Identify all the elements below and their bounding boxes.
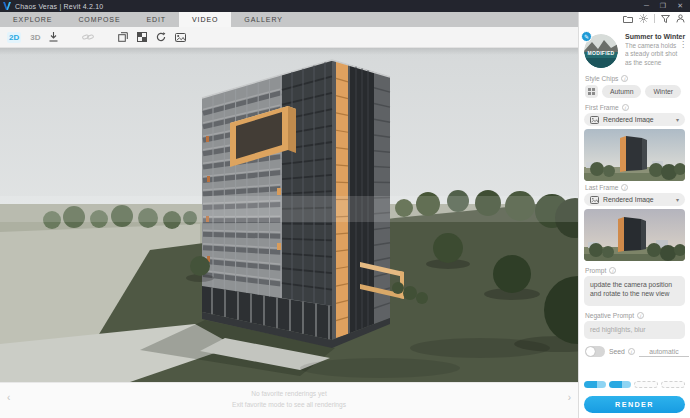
header-divider	[654, 14, 655, 23]
chevron-down-icon: ▾	[676, 116, 679, 123]
gear-icon[interactable]	[639, 14, 648, 23]
panel-header-icons	[623, 14, 685, 23]
last-frame-label: Last Framei	[585, 184, 628, 191]
info-icon: i	[621, 184, 628, 191]
chip-grid-button[interactable]	[585, 85, 598, 98]
preset-title: Summer to Winter	[625, 33, 681, 40]
viewport-toolbar: 2D 3D	[0, 27, 578, 48]
style-chips-label: Style Chipsi	[585, 75, 628, 82]
tab-explore[interactable]: EXPLORE	[0, 12, 65, 27]
style-chips-row: Autumn Winter	[585, 85, 681, 98]
chevron-down-icon: ▾	[676, 196, 679, 203]
seed-row: Seedi	[585, 346, 684, 357]
filter-icon[interactable]	[661, 15, 670, 23]
tab-gallery[interactable]: GALLERY	[231, 12, 295, 27]
chip-autumn[interactable]: Autumn	[602, 85, 641, 98]
last-frame-source-dropdown[interactable]: Rendered Image ▾	[584, 193, 685, 206]
user-icon[interactable]	[676, 14, 685, 23]
gallery-image-icon[interactable]	[175, 33, 186, 42]
seed-label: Seedi	[609, 348, 635, 355]
seed-toggle[interactable]	[585, 346, 605, 357]
link-icon	[82, 33, 94, 41]
maximize-button[interactable]: ❐	[660, 0, 666, 12]
first-frame-thumbnail[interactable]	[584, 129, 685, 181]
preset-badge-text: MODIFIED	[588, 50, 615, 56]
preset-menu-button[interactable]: ⋮	[679, 40, 687, 49]
info-icon: i	[609, 267, 616, 274]
right-panel: MODIFIED ✎ Summer to Winter The camera h…	[578, 12, 690, 418]
seed-value-input[interactable]	[639, 347, 689, 357]
first-frame-source-value: Rendered Image	[603, 116, 672, 123]
tab-bar: EXPLORE COMPOSE EDIT VIDEO GALLERY	[0, 12, 578, 27]
mode-3d-button[interactable]: 3D	[30, 33, 40, 42]
info-icon: i	[621, 75, 628, 82]
filmstrip-empty-subtitle: Exit favorite mode to see all renderings	[0, 400, 578, 411]
viewport-3d[interactable]	[0, 48, 578, 382]
modified-badge-icon: ✎	[581, 31, 592, 42]
minimize-button[interactable]: ─	[644, 0, 649, 12]
close-button[interactable]: ✕	[677, 0, 683, 12]
last-frame-thumbnail[interactable]	[584, 209, 685, 261]
download-icon[interactable]	[49, 32, 58, 42]
preset-description: The camera holds a steady orbit shot as …	[625, 42, 681, 68]
preset-avatar[interactable]: MODIFIED ✎	[584, 34, 618, 68]
render-queue-indicator	[584, 381, 685, 388]
preset-card[interactable]: MODIFIED ✎ Summer to Winter The camera h…	[584, 32, 687, 76]
chip-winter[interactable]: Winter	[645, 85, 681, 98]
info-icon: i	[637, 312, 644, 319]
refresh-icon[interactable]	[156, 32, 166, 42]
image-icon	[590, 196, 599, 204]
duplicate-icon[interactable]	[118, 32, 128, 42]
viewport-3d-scene	[0, 48, 578, 382]
info-icon: i	[628, 348, 635, 355]
app-window: Chaos Veras | Revit 4.2.10 ─ ❐ ✕ EXPLORE…	[0, 0, 690, 418]
queue-segment	[634, 381, 658, 388]
tab-video[interactable]: VIDEO	[179, 12, 231, 27]
titlebar: Chaos Veras | Revit 4.2.10 ─ ❐ ✕	[0, 0, 690, 12]
prompt-input[interactable]: update the camera position and rotate to…	[584, 276, 685, 306]
prompt-label: Prompti	[585, 267, 616, 274]
filmstrip-next-button[interactable]: ›	[568, 391, 571, 405]
render-button[interactable]: RENDER	[584, 396, 685, 413]
queue-segment	[584, 381, 606, 388]
first-frame-source-dropdown[interactable]: Rendered Image ▾	[584, 113, 685, 126]
tab-edit[interactable]: EDIT	[133, 12, 179, 27]
filmstrip-empty-title: No favorite renderings yet	[0, 389, 578, 400]
queue-segment	[661, 381, 685, 388]
folder-icon[interactable]	[623, 15, 633, 23]
filmstrip-empty-state: No favorite renderings yet Exit favorite…	[0, 389, 578, 410]
first-frame-label: First Framei	[585, 104, 629, 111]
info-icon: i	[622, 104, 629, 111]
mask-icon[interactable]	[137, 32, 147, 42]
last-frame-source-value: Rendered Image	[603, 196, 672, 203]
filmstrip-footer: ‹ No favorite renderings yet Exit favori…	[0, 382, 578, 418]
queue-segment	[609, 381, 631, 388]
negative-prompt-input[interactable]	[584, 321, 685, 339]
negative-prompt-label: Negative Prompti	[585, 312, 644, 319]
tab-compose[interactable]: COMPOSE	[65, 12, 133, 27]
veras-logo-icon	[3, 2, 11, 10]
window-title: Chaos Veras | Revit 4.2.10	[15, 3, 103, 10]
mode-2d-button[interactable]: 2D	[7, 32, 21, 43]
grid-icon	[588, 88, 595, 95]
image-icon	[590, 116, 599, 124]
